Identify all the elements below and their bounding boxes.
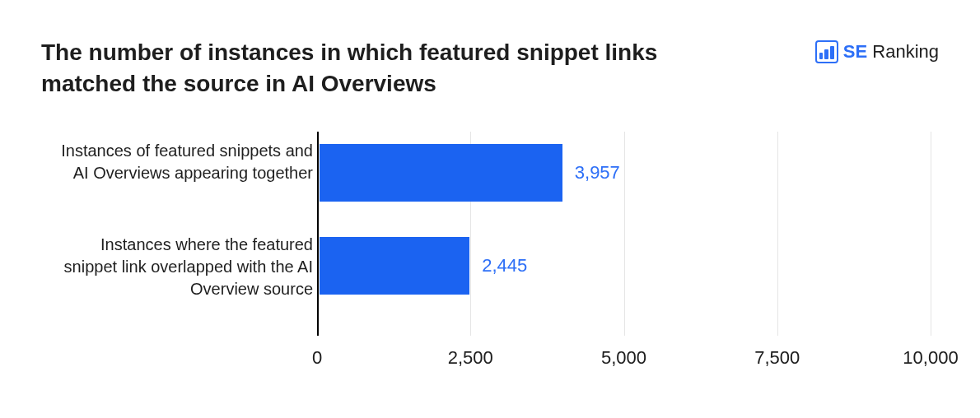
x-tick-label: 10,000 (903, 347, 958, 369)
gridline (931, 132, 931, 336)
y-axis-line (317, 132, 319, 336)
x-tick-label: 0 (312, 347, 322, 369)
gridline (624, 132, 625, 336)
gridline (777, 132, 778, 336)
chart-title: The number of instances in which feature… (41, 37, 659, 100)
chart-area: 3,957 2,445 Instances of featured snippe… (41, 132, 939, 369)
bar (320, 237, 469, 295)
bar-value-label: 2,445 (482, 255, 527, 276)
brand-logo: SE Ranking (815, 40, 939, 63)
plot-area: 3,957 2,445 (317, 132, 931, 336)
x-tick-label: 7,500 (754, 347, 800, 369)
bar-value-label: 3,957 (575, 162, 620, 183)
category-label: Instances where the featured snippet lin… (58, 234, 313, 300)
bar-chart-icon (815, 40, 838, 63)
brand-name: SE Ranking (843, 41, 939, 63)
category-label: Instances of featured snippets and AI Ov… (58, 140, 313, 184)
bar (320, 144, 562, 202)
x-tick-label: 5,000 (601, 347, 646, 369)
x-tick-label: 2,500 (448, 347, 493, 369)
